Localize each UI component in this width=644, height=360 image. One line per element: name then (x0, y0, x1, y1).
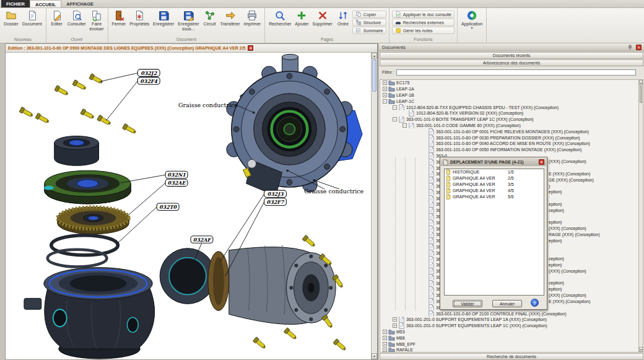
tree-item-fragment: E (XXX) (Conception) (549, 299, 590, 305)
scroll-thumb[interactable] (372, 59, 376, 92)
expand-icon[interactable]: + (383, 330, 387, 334)
close-doc-icon (113, 10, 124, 21)
expand-icon[interactable]: + (393, 317, 397, 322)
expand-icon[interactable]: + (383, 81, 387, 85)
folder-icon (388, 329, 395, 335)
tree-item[interactable]: +363-001-201-0 SUPPORT EQUIPEMENTS LEAP … (380, 317, 638, 323)
dialog-page-item[interactable]: GRAPHIQUE A4 VER5/5 (445, 193, 544, 200)
tab-fichier[interactable]: FICHIER (1, 0, 30, 7)
propri-t-s-button[interactable]: Propriétés (128, 9, 151, 27)
tree-item[interactable]: 363-001-101-0-60 OP 0040 ACCORD DE MISE … (380, 141, 638, 147)
section-documents-recents[interactable]: Documents récents (380, 52, 643, 59)
filter-input[interactable] (396, 69, 636, 76)
tree-item[interactable]: 363-001-101-0-60 OP 0030 PREPARATION DOS… (380, 134, 638, 141)
expand-icon[interactable]: + (383, 342, 387, 346)
dialog-page-item[interactable]: GRAPHIQUE A4 VER4/5 (445, 187, 544, 193)
section-arborescence[interactable]: Arborescence des documents (380, 59, 643, 66)
pin-icon[interactable] (627, 45, 633, 50)
copier-button[interactable]: Copier (352, 11, 386, 18)
structure-button[interactable]: Structure (352, 19, 386, 26)
tree-item[interactable]: −LEAP-1C (380, 98, 638, 104)
collapse-icon[interactable]: − (393, 117, 397, 121)
tree-item[interactable]: +EC175 (380, 80, 638, 86)
scroll-down-icon[interactable]: ▼ (372, 353, 377, 359)
rechercher-button[interactable]: Rechercher (267, 9, 293, 27)
collapse-icon[interactable]: − (402, 123, 407, 128)
tree-item-fragment: (XXX) (Conception) (549, 268, 586, 274)
scroll-up-icon[interactable]: ▲ (372, 53, 377, 59)
expand-icon[interactable]: + (393, 323, 397, 328)
tree-item[interactable]: −1012-B04-520-B-TXX EQUIPPED CHASSIS SPD… (380, 104, 638, 110)
folder-icon (388, 80, 395, 86)
tree-item[interactable]: 363-001-101-0-60 OP 0001 FICHE RELEVES M… (380, 128, 638, 134)
validate-button[interactable]: Valider (453, 300, 482, 307)
appliquer-le-doc-consult-button[interactable]: Appliquer le doc consulté (392, 11, 455, 18)
imprimer-button[interactable]: Imprimer (242, 9, 263, 27)
tree-item[interactable]: +RAFALE (380, 347, 638, 353)
add-icon (296, 10, 307, 21)
viewer-close-button[interactable]: × (248, 45, 253, 51)
recherches-externes-button[interactable]: Recherches externes (392, 19, 455, 26)
tree-item[interactable]: 363-001-101-0-60 OP 0050 INFORMATION MON… (380, 147, 638, 153)
expand-icon[interactable]: + (383, 348, 387, 352)
application-button[interactable]: Application▾ (459, 9, 484, 30)
dialog-page-number: 2/5 (508, 176, 514, 180)
fermer-button[interactable]: Fermer (110, 9, 128, 27)
expand-icon[interactable]: + (383, 87, 387, 91)
scroll-thumb[interactable] (640, 86, 642, 103)
tree-item[interactable]: −363-001-101-0 BOITE TRANSFERT LEAP 1C (… (380, 116, 638, 123)
folder-icon (388, 98, 395, 104)
tree-item[interactable]: +LEAP-1B (380, 92, 638, 99)
dialog-page-item[interactable]: GRAPHIQUE A4 VER3/5 (445, 182, 544, 188)
enregistrer-sous-button[interactable]: Enregistrer sous... (176, 9, 201, 32)
help-button[interactable]: ? (531, 299, 539, 307)
dialog-page-item[interactable]: HISTORIQUE1/5 (445, 169, 544, 175)
tree-item[interactable]: +M88_EPF (380, 341, 638, 347)
exploded-stack (24, 136, 155, 359)
cancel-button[interactable]: Annuler (492, 300, 522, 307)
dialog-page-item[interactable]: GRAPHIQUE A4 VER2/5 (445, 175, 544, 182)
expand-icon[interactable]: + (383, 93, 387, 97)
g-rer-les-notes-button[interactable]: Gérer les notes (392, 27, 455, 34)
tree-item-label: 1012-B04-520-B-TXX VERSION 02 (XXX) (Con… (416, 111, 523, 115)
button-label: Appliquer le doc consulté (403, 12, 451, 17)
transf-rer-button[interactable]: Transférer (219, 9, 242, 27)
app-window: FICHIERACCUEILAFFICHAGE DossierDocumentN… (0, 0, 644, 360)
tree-scrollbar[interactable]: ▲ ▼ (638, 79, 643, 353)
editer-button[interactable]: Editer (48, 9, 66, 27)
document-button[interactable]: Document (20, 9, 44, 27)
ribbon-group-document: FermerPropriétésEnregistrerEnregistrer s… (108, 8, 266, 43)
collapse-icon[interactable]: − (393, 105, 397, 110)
ordre-button[interactable]: Ordre (334, 9, 352, 27)
tree-item[interactable]: 363-001-101-0-60 OP 2100 CONTROLE FINAL … (380, 310, 638, 317)
notes-icon (395, 27, 401, 33)
cad-canvas[interactable]: 032J2032F4032N1032AE032T0032J3032F7032AF… (6, 53, 371, 359)
viewer-scrollbar[interactable]: ▲ ▼ (371, 53, 377, 359)
tab-affichage[interactable]: AFFICHAGE (61, 0, 98, 7)
svg-text:032J3: 032J3 (268, 191, 284, 197)
scroll-down-icon[interactable]: ▼ (639, 347, 643, 352)
button-label: Editer (51, 22, 62, 27)
panel-close-button[interactable]: × (636, 45, 642, 50)
collapse-icon[interactable]: − (383, 99, 387, 103)
button-label: Dossier (4, 22, 19, 27)
expand-icon[interactable]: + (383, 336, 387, 340)
sommaire-button[interactable]: Sommaire (352, 27, 386, 34)
tab-accueil[interactable]: ACCUEIL (30, 0, 61, 7)
enregistrer-button[interactable]: Enregistrer (151, 9, 176, 27)
tree-item[interactable]: 1012-B04-520-B-TXX VERSION 02 (XXX) (Con… (380, 110, 638, 116)
tree-item[interactable]: −363-001-101-0 CODE GAMME 60 (XXX) (Conc… (380, 123, 638, 129)
circuit-button[interactable]: Circuit (201, 9, 219, 27)
dossier-button[interactable]: Dossier (2, 9, 20, 27)
tree-item[interactable]: +363-001-201-0 SUPPORT EQUIPEMENTS LEAP … (380, 323, 638, 329)
tree-item[interactable]: +M53 (380, 329, 638, 335)
tree-item[interactable]: +LEAP-1A (380, 86, 638, 92)
consulter-button[interactable]: Consulter (66, 9, 88, 27)
supprimer-button[interactable]: Supprimer (311, 9, 334, 27)
section-recherche-documents[interactable]: Recherche de documents (380, 353, 643, 360)
dialog-close-button[interactable]: × (539, 159, 544, 165)
ajouter-button[interactable]: Ajouter (293, 9, 310, 27)
faire-voluer-button[interactable]: Faire évoluer (88, 9, 106, 32)
scroll-up-icon[interactable]: ▲ (639, 80, 643, 85)
tree-item[interactable]: +M88 (380, 335, 638, 341)
